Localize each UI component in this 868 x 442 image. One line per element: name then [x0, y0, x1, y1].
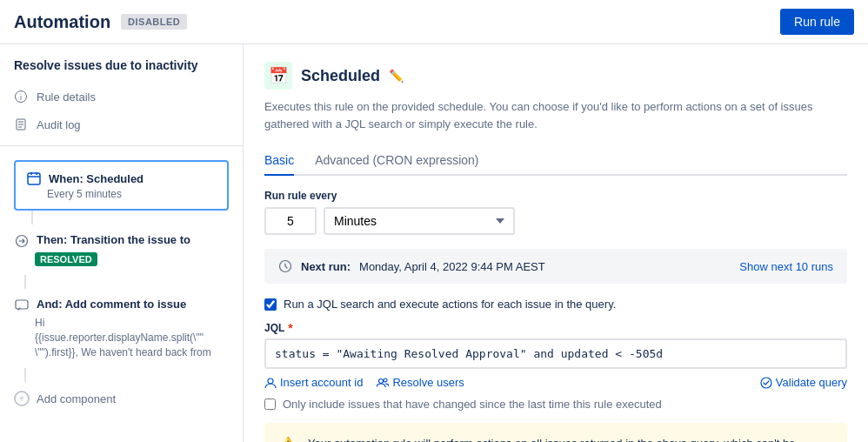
flow-section: When: Scheduled Every 5 minutes Then: Tr…: [0, 153, 243, 422]
sidebar-item-rule-details[interactable]: i Rule details: [0, 83, 243, 110]
when-sub: Every 5 minutes: [26, 188, 217, 200]
jql-input[interactable]: [264, 338, 847, 369]
jql-checkbox-row: Run a JQL search and execute actions for…: [264, 298, 847, 311]
when-scheduled-header: When: Scheduled: [26, 171, 217, 186]
next-run-box: Next run: Monday, April 4, 2022 9:44 PM …: [264, 249, 847, 284]
tabs: Basic Advanced (CRON expression): [264, 146, 847, 176]
main-layout: Resolve issues due to inactivity i Rule …: [0, 44, 868, 442]
svg-point-14: [379, 378, 384, 383]
content-title: Scheduled: [301, 67, 380, 85]
info-icon: i: [14, 90, 28, 104]
connector: [31, 211, 33, 224]
transition-icon: [14, 233, 30, 249]
and-comment-item[interactable]: And: Add comment to issue Hi{{issue.repo…: [0, 289, 243, 368]
scheduled-icon: 📅: [264, 62, 292, 90]
interval-input[interactable]: [264, 207, 317, 235]
svg-point-15: [384, 378, 387, 382]
warning-icon: ⚠️: [278, 436, 297, 442]
resolved-badge: RESOLVED: [35, 252, 97, 266]
and-label: And: Add comment to issue: [37, 298, 186, 311]
sidebar: Resolve issues due to inactivity i Rule …: [0, 44, 244, 442]
validate-query-link[interactable]: Validate query: [760, 376, 847, 389]
svg-point-13: [268, 378, 273, 384]
svg-rect-11: [16, 300, 28, 309]
jql-actions: Insert account id Resolve users Validate…: [264, 376, 847, 389]
sidebar-title: Resolve issues due to inactivity: [0, 58, 243, 83]
insert-account-link[interactable]: Insert account id: [264, 376, 363, 389]
warning-box: ⚠️ Your automation rule will perform act…: [264, 423, 847, 442]
when-scheduled-box[interactable]: When: Scheduled Every 5 minutes: [14, 160, 229, 211]
then-label: Then: Transition the issue to: [37, 233, 190, 246]
and-comment-header: And: Add comment to issue: [14, 298, 229, 313]
disabled-badge: DISABLED: [121, 14, 187, 30]
calendar-icon: [26, 171, 42, 186]
svg-point-16: [761, 378, 771, 388]
run-rule-button[interactable]: Run rule: [780, 9, 854, 35]
required-indicator: *: [288, 321, 292, 335]
connector2: [24, 275, 26, 289]
warning-text: Your automation rule will perform action…: [308, 435, 833, 442]
content-header: 📅 Scheduled ✏️: [264, 62, 847, 90]
next-run-label: Next run:: [301, 260, 351, 273]
svg-rect-6: [28, 173, 40, 184]
and-content: Hi{{issue.reporter.displayName.split(\""…: [14, 316, 229, 359]
comment-icon: [14, 298, 30, 313]
only-include-label: Only include issues that have changed si…: [283, 398, 662, 411]
jql-checkbox-label: Run a JQL search and execute actions for…: [284, 298, 616, 311]
validate-icon: [760, 377, 772, 389]
clock-icon: [278, 259, 292, 273]
jql-checkbox[interactable]: [264, 298, 277, 311]
resolve-users-link[interactable]: Resolve users: [377, 376, 464, 389]
edit-icon[interactable]: ✏️: [389, 69, 404, 83]
users-icon: [377, 377, 389, 389]
tab-basic[interactable]: Basic: [264, 146, 294, 176]
add-component[interactable]: + Add component: [0, 382, 243, 415]
rule-details-label: Rule details: [37, 90, 96, 104]
when-label: When: Scheduled: [49, 172, 144, 185]
jql-label: JQL *: [264, 321, 847, 335]
then-transition-header: Then: Transition the issue to: [14, 233, 229, 249]
doc-icon: [14, 117, 28, 131]
next-run-value: Monday, April 4, 2022 9:44 PM AEST: [359, 260, 545, 273]
add-component-circle: +: [14, 391, 30, 406]
app-header: Automation DISABLED Run rule: [0, 0, 868, 44]
sidebar-item-audit-log[interactable]: Audit log: [0, 110, 243, 138]
tab-advanced[interactable]: Advanced (CRON expression): [315, 146, 478, 176]
when-scheduled-item: When: Scheduled Every 5 minutes: [10, 160, 232, 224]
app-title: Automation: [14, 12, 110, 32]
audit-log-label: Audit log: [37, 118, 81, 131]
svg-text:i: i: [20, 93, 22, 102]
content-description: Executes this rule on the provided sched…: [264, 98, 847, 132]
sidebar-divider: [0, 145, 243, 146]
then-transition-item[interactable]: Then: Transition the issue to RESOLVED: [0, 224, 243, 275]
connector3: [24, 368, 26, 382]
show-next-runs-link[interactable]: Show next 10 runs: [739, 260, 833, 273]
person-icon: [264, 377, 277, 389]
content-panel: 📅 Scheduled ✏️ Executes this rule on the…: [244, 44, 868, 442]
only-include-row: Only include issues that have changed si…: [264, 398, 847, 411]
only-include-checkbox[interactable]: [264, 398, 276, 410]
run-every-label: Run rule every: [264, 190, 847, 202]
next-run-left: Next run: Monday, April 4, 2022 9:44 PM …: [278, 259, 545, 273]
run-every-row: Minutes Hours Days Weeks Months: [264, 207, 847, 235]
add-component-label: Add component: [37, 392, 116, 405]
interval-unit-select[interactable]: Minutes Hours Days Weeks Months: [324, 207, 515, 235]
